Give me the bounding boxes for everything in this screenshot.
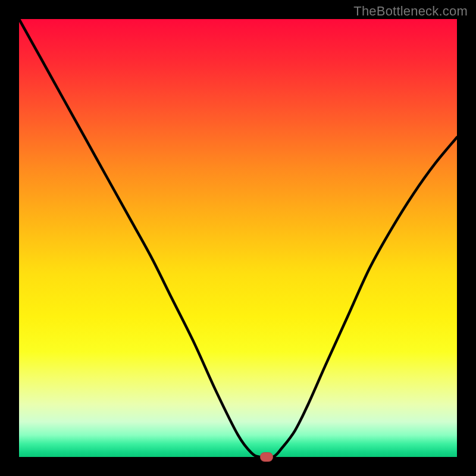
chart-frame: TheBottleneck.com xyxy=(0,0,476,476)
bottleneck-curve xyxy=(19,19,457,457)
watermark-text: TheBottleneck.com xyxy=(353,4,468,19)
curve-path xyxy=(19,19,457,457)
plot-area xyxy=(19,19,457,457)
bottleneck-marker xyxy=(260,452,273,462)
